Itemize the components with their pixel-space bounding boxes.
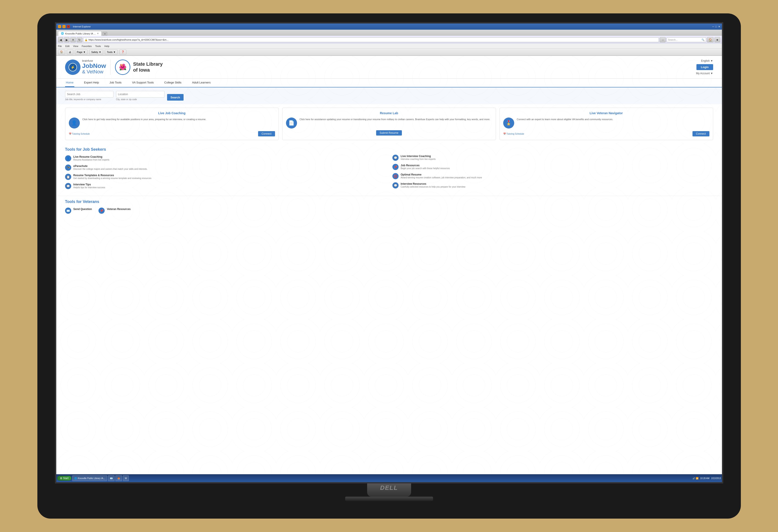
jobnow-label: JobNow: [82, 63, 106, 69]
start-button[interactable]: ⊞ Start: [57, 476, 71, 480]
close-icon[interactable]: ✕: [718, 25, 720, 28]
minimize-icon[interactable]: ─: [712, 25, 714, 28]
tutoring-schedule-link[interactable]: 📅 Tutoring Schedule: [69, 133, 90, 135]
live-resume-coaching-info: Live Resume Coaching Resume Assistance f…: [73, 155, 109, 162]
menu-tools[interactable]: Tools: [95, 45, 101, 48]
menu-help[interactable]: Help: [104, 45, 109, 48]
veteran-connect-button[interactable]: Connect: [693, 131, 709, 137]
nav-home[interactable]: Home: [65, 79, 75, 87]
tools-veterans-section: Tools for Veterans ✉️ Send Question 📌 Ve…: [56, 196, 722, 220]
job-search-input[interactable]: [65, 91, 113, 97]
browser-search-icon[interactable]: 🔍: [701, 38, 705, 41]
job-coaching-desc: Click here to get help searching for ava…: [82, 117, 207, 121]
tool-veteran-resources: 📌 Veteran Resources: [98, 207, 131, 214]
home-icon[interactable]: 🏠: [707, 37, 714, 42]
menu-edit[interactable]: Edit: [65, 45, 70, 48]
nav-va-support[interactable]: VA Support Tools: [131, 79, 155, 87]
veteran-resources-name[interactable]: Veteran Resources: [107, 207, 131, 211]
location-search-input[interactable]: [116, 91, 164, 97]
brainfuse-page: ⚡ brainfuse JobNow & VetNow 🌺: [56, 56, 722, 474]
interview-resources-name[interactable]: Interview Resources: [401, 182, 466, 185]
taskbar-firefox[interactable]: 🦊: [115, 475, 122, 481]
menu-view[interactable]: View: [73, 45, 78, 48]
taskbar-ie[interactable]: 🌐 Knoxville Public Library IA...: [72, 475, 107, 481]
job-resources-icon: 📌: [392, 164, 399, 170]
browser-tab[interactable]: 🌐 Knoxville Public Library IA ... ✕: [58, 31, 102, 36]
tools-right-col: 💬 Live Interview Coaching Interview coac…: [392, 147, 713, 192]
tool-live-resume-coaching: 👤 Live Resume Coaching Resume Assistance…: [65, 155, 386, 162]
resume-templates-name[interactable]: Resume Templates & Resources: [73, 174, 151, 177]
new-tab-button[interactable]: +: [102, 32, 107, 36]
interview-resources-desc: Carefully-selected resources to help you…: [401, 185, 466, 188]
menu-file[interactable]: File: [58, 45, 62, 48]
eparachute-name[interactable]: eParachute: [73, 165, 148, 168]
maximize-icon[interactable]: □: [715, 25, 717, 28]
interview-tips-name[interactable]: Interview Tips: [73, 183, 105, 186]
browser-nav-bar: ◀ ▶ ✕ ↻ 🔒 https://www.brainfuse.com/high…: [56, 36, 722, 44]
send-question-name[interactable]: Send Question: [73, 207, 92, 211]
veteran-schedule-link[interactable]: 📅 Tutoring Schedule: [503, 133, 524, 135]
optimal-resume-name[interactable]: Optimal Resume: [401, 173, 482, 176]
interview-resources-info: Interview Resources Carefully-selected r…: [401, 182, 466, 188]
nav-expert-help[interactable]: Expert Help: [83, 79, 100, 87]
language-selector[interactable]: English ▼: [701, 59, 713, 62]
live-resume-coaching-name[interactable]: Live Resume Coaching: [73, 155, 109, 158]
lock-icon: 🔒: [85, 38, 88, 41]
live-resume-coaching-icon: 👤: [65, 155, 71, 162]
eparachute-info: eParachute Discover the college majors a…: [73, 165, 148, 171]
job-resources-name[interactable]: Job Resources: [401, 164, 450, 167]
minimize-button[interactable]: ─: [58, 25, 61, 28]
taskbar-word[interactable]: W: [123, 475, 129, 481]
browser-search-box[interactable]: Search... 🔍: [667, 37, 706, 42]
maximize-button[interactable]: □: [62, 25, 66, 28]
toolbar-tools[interactable]: Tools ▼: [105, 50, 118, 55]
monitor-base: [345, 497, 433, 501]
menu-favorites[interactable]: Favorites: [82, 45, 92, 48]
address-bar[interactable]: 🔒 https://www.brainfuse.com/highed/home.…: [83, 37, 659, 42]
toolbar-safety[interactable]: Safety ▼: [89, 50, 103, 55]
state-library-title: State Library: [133, 61, 163, 67]
word-icon: W: [125, 477, 127, 479]
go-button[interactable]: →: [660, 37, 666, 42]
vetnow-label: & VetNow: [82, 69, 106, 75]
forward-button[interactable]: ▶: [64, 37, 70, 42]
tool-interview-resources: 💬 Interview Resources Carefully-selected…: [392, 182, 713, 188]
submit-resume-button[interactable]: Submit Resume: [376, 130, 402, 136]
title-bar: ─ □ ✕ Internet Explorer ─ □ ✕: [56, 23, 722, 30]
resume-templates-info: Resume Templates & Resources Get started…: [73, 174, 151, 180]
system-icons: 🔊 📶: [693, 477, 698, 479]
back-button[interactable]: ◀: [58, 37, 63, 42]
interview-tips-desc: Helpful tips for interview success: [73, 186, 105, 189]
toolbar-print[interactable]: 🖨: [67, 50, 73, 55]
nav-college-skills[interactable]: College Skills: [163, 79, 182, 87]
nav-job-tools[interactable]: Job Tools: [108, 79, 123, 87]
calendar-icon: 📅: [69, 133, 71, 135]
interview-resources-icon: 💬: [392, 182, 399, 188]
tool-send-question: ✉️ Send Question: [65, 207, 92, 214]
search-button[interactable]: Search: [167, 94, 183, 101]
stop-button[interactable]: ✕: [70, 37, 76, 42]
browser-chrome: ─ □ ✕ Internet Explorer ─ □ ✕ 🌐 Knoxvill…: [56, 23, 722, 56]
taskbar-outlook[interactable]: 📧: [108, 475, 114, 481]
job-coaching-connect-button[interactable]: Connect: [258, 131, 275, 137]
toolbar-help[interactable]: ❓: [120, 50, 127, 55]
logo-text: brainfuse JobNow & VetNow: [82, 60, 106, 75]
tool-eparachute: 🪂 eParachute Discover the college majors…: [65, 165, 386, 171]
close-button[interactable]: ✕: [67, 25, 70, 28]
live-interview-name[interactable]: Live Interview Coaching: [401, 155, 436, 158]
toolbar-home[interactable]: 🏠: [58, 50, 65, 55]
optimal-resume-desc: Award-winning resume creation software, …: [401, 176, 482, 179]
toolbar-page[interactable]: Page ▼: [75, 50, 88, 55]
my-account-link[interactable]: My Account ▼: [696, 72, 713, 75]
optimal-resume-info: Optimal Resume Award-winning resume crea…: [401, 173, 482, 179]
favorites-icon[interactable]: ★: [714, 37, 720, 42]
login-button[interactable]: Login: [696, 64, 713, 70]
resume-lab-desc: Click here for assistance updating your …: [300, 117, 490, 121]
windows-taskbar: ⊞ Start 🌐 Knoxville Public Library IA...…: [56, 474, 722, 482]
tab-close-icon[interactable]: ✕: [97, 32, 99, 35]
nav-adult-learners[interactable]: Adult Learners: [191, 79, 212, 87]
resume-templates-desc: Get started by downloading a winning res…: [73, 177, 151, 180]
page-header: ⚡ brainfuse JobNow & VetNow 🌺: [56, 56, 722, 79]
state-library-subtitle: of Iowa: [133, 67, 163, 73]
refresh-button[interactable]: ↻: [77, 37, 82, 42]
